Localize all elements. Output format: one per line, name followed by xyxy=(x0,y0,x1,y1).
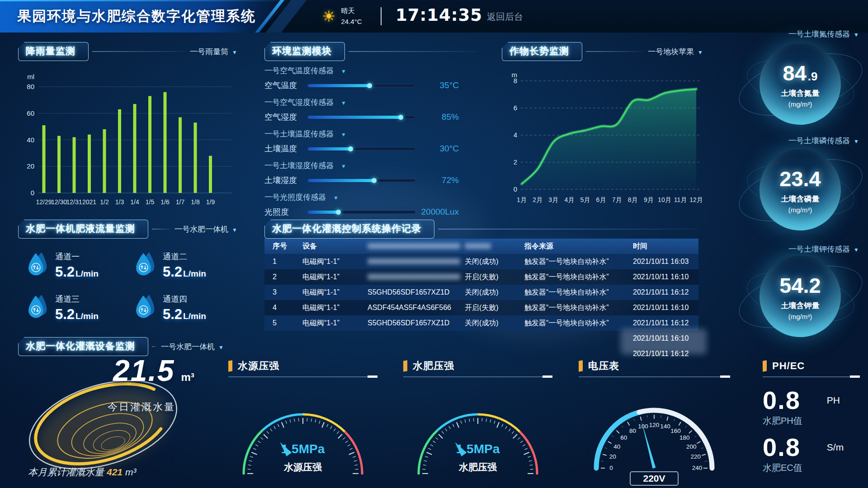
panel-head-line xyxy=(438,229,698,230)
svg-text:9月: 9月 xyxy=(644,196,654,203)
env-sensor-row: 一号空气温度传感器▼空气温度35°C xyxy=(264,66,477,91)
sensor-dropdown-value: 一号空气温度传感器 xyxy=(264,66,334,75)
sensor-dropdown[interactable]: 一号土壤湿度传感器▼ xyxy=(264,160,477,171)
sensor-value: 35°C xyxy=(440,80,459,90)
fertilizer-pressure-title: 水肥压强 xyxy=(413,359,454,373)
svg-text:1/7: 1/7 xyxy=(176,198,185,206)
svg-text:8月: 8月 xyxy=(628,196,638,203)
svg-text:220: 220 xyxy=(690,453,701,460)
water-pressure-gauge: 1.5MPa水源压强 xyxy=(228,381,377,487)
column-header: 指令来源 xyxy=(524,239,553,254)
chevron-down-icon: ▼ xyxy=(854,32,859,38)
flow-channel-label: 通道四 xyxy=(163,294,206,305)
weather-widget: ☀ 晴天 24.4°C xyxy=(322,5,362,28)
panel-underline xyxy=(579,376,730,377)
chevron-down-icon: ▼ xyxy=(698,49,703,56)
sensor-dropdown[interactable]: 一号空气湿度传感器▼ xyxy=(264,97,477,108)
redacted-cell xyxy=(368,258,460,264)
cell-source: 触发器“一号地块自动补水” xyxy=(524,254,609,269)
flow-channel-value: 5.2L/min xyxy=(163,264,206,280)
svg-text:20: 20 xyxy=(609,453,616,460)
irrigation-machine-dropdown[interactable]: 一号水肥一体机▼ xyxy=(161,342,224,352)
sensor-dropdown[interactable]: 一号光照度传感器▼ xyxy=(264,192,477,202)
overflow-time: 2021/10/11 16:12 xyxy=(633,350,689,358)
sensor-gauge-fill xyxy=(308,179,376,182)
header-divider xyxy=(381,7,382,25)
back-to-admin-link[interactable]: 返回后台 xyxy=(487,11,523,23)
svg-text:3月: 3月 xyxy=(548,196,558,203)
clock: 17:14:35 xyxy=(396,5,482,25)
rainfall-panel: 降雨量监测 一号雨量筒▼ 020406080ml12/2912/3012/312… xyxy=(18,43,237,217)
svg-text:7月: 7月 xyxy=(612,196,622,203)
plot-apple-dropdown[interactable]: 一号地块苹果▼ xyxy=(648,47,703,57)
svg-text:60: 60 xyxy=(620,434,627,441)
flow-channel-text: 通道一5.2L/min xyxy=(55,251,99,280)
flow-channel-value: 5.2L/min xyxy=(163,306,206,323)
cell-index: 5 xyxy=(273,315,277,331)
svg-text:6: 6 xyxy=(514,104,517,112)
sensor-dropdown[interactable]: 一号土壤温度传感器▼ xyxy=(264,129,477,139)
cell-index: 2 xyxy=(273,269,277,285)
svg-text:140: 140 xyxy=(660,423,670,430)
cell-action: 开启(失败) xyxy=(465,300,499,315)
svg-text:0: 0 xyxy=(514,185,517,193)
sensor-label: 土壤温度 xyxy=(264,143,308,154)
svg-text:1.5MPa: 1.5MPa xyxy=(456,442,500,456)
column-header: 设备 xyxy=(302,239,317,254)
cell-action: 关闭(成功) xyxy=(465,315,499,331)
env-sensor-row: 一号土壤温度传感器▼土壤温度30°C xyxy=(264,129,477,154)
redacted-header xyxy=(368,243,460,249)
sensor-reading-row: 空气温度35°C xyxy=(264,80,477,91)
sensor-reading-row: 土壤湿度72% xyxy=(264,175,477,186)
cell-source: 触发器“一号地块自动补水” xyxy=(524,285,609,300)
sensor-dropdown-value: 一号土壤温度传感器 xyxy=(264,130,334,138)
flow-channel-unit: L/min xyxy=(183,311,206,321)
svg-text:60: 60 xyxy=(27,109,34,117)
soil-sensor-dropdown-value: 一号土壤磷传感器 xyxy=(788,136,850,145)
water-drop-icon xyxy=(27,251,48,277)
water-pressure-title: 水源压强 xyxy=(238,359,279,373)
flow-channel-item: 通道三5.2L/min xyxy=(27,294,131,323)
column-header: 序号 xyxy=(273,239,287,254)
soil-sensor-sphere: 84.9土壤含氮量(mg/m³) xyxy=(760,43,841,125)
operation-records-table: 序号设备指令来源时间1电磁阀“1-1”关闭(成功)触发器“一号地块自动补水”20… xyxy=(264,239,698,331)
soil-sensor-dropdown[interactable]: 一号土壤钾传感器▼ xyxy=(788,244,859,254)
fertilizer-pressure-panel: 水肥压强 1.5MPa水肥压强 xyxy=(403,359,552,488)
soil-sensor-sphere: 54.2土壤含钾量(mg/m³) xyxy=(760,256,841,337)
fertilizer-machine-dropdown[interactable]: 一号水肥一体机▼ xyxy=(175,224,237,235)
cell-device: 电磁阀“1-1” xyxy=(302,300,340,315)
sensor-label: 土壤湿度 xyxy=(264,175,308,186)
svg-text:80: 80 xyxy=(629,427,636,434)
soil-sensor-value-decimal: .9 xyxy=(808,70,818,84)
svg-text:0: 0 xyxy=(609,465,613,471)
cell-source: 触发器“一号地块自动补水” xyxy=(524,300,609,315)
soil-sensor-dropdown[interactable]: 一号土壤磷传感器▼ xyxy=(788,136,859,146)
phec-value: 0.8 xyxy=(763,432,801,462)
month-irrigation-total: 本月累计灌溉水量421m³ xyxy=(28,466,137,479)
table-header-row: 序号设备指令来源时间 xyxy=(264,239,698,254)
svg-text:10月: 10月 xyxy=(658,196,671,203)
sensor-gauge-track xyxy=(308,179,415,182)
phec-value-line: 0.8PH xyxy=(763,385,840,415)
svg-text:160: 160 xyxy=(670,427,681,434)
phec-unit: S/m xyxy=(827,442,844,453)
svg-text:20: 20 xyxy=(27,162,34,170)
operation-records-panel-title: 水肥一体化灌溉控制系统操作记录 xyxy=(264,220,434,239)
today-irrigation-value: 21.5m³ xyxy=(113,353,194,388)
sensor-dropdown[interactable]: 一号空气温度传感器▼ xyxy=(264,66,477,76)
flow-channel-label: 通道三 xyxy=(55,294,99,305)
flow-channel-item: 通道四5.2L/min xyxy=(135,294,239,323)
sensor-gauge-fill xyxy=(308,147,352,150)
today-irrigation-unit: m³ xyxy=(181,371,194,383)
cell-code: S5GHD56SDF1657XZ1D xyxy=(368,285,449,300)
svg-text:1/9: 1/9 xyxy=(206,198,215,206)
rain-gauge-dropdown[interactable]: 一号雨量筒▼ xyxy=(190,47,237,57)
weather-condition: 晴天 xyxy=(341,5,362,16)
svg-text:6月: 6月 xyxy=(596,196,606,203)
chevron-down-icon: ▼ xyxy=(232,49,237,56)
crop-growth-panel-title: 作物长势监测 xyxy=(502,42,582,61)
crop-growth-panel: 作物长势监测 一号地块苹果▼ 02468m1月2月3月4月5月6月7月8月9月1… xyxy=(502,43,703,217)
environment-panel: 环境监测模块 一号空气温度传感器▼空气温度35°C一号空气湿度传感器▼空气湿度8… xyxy=(264,43,477,217)
soil-sensor-dropdown[interactable]: 一号土壤氮传感器▼ xyxy=(788,29,859,39)
sun-icon: ☀ xyxy=(322,5,335,28)
